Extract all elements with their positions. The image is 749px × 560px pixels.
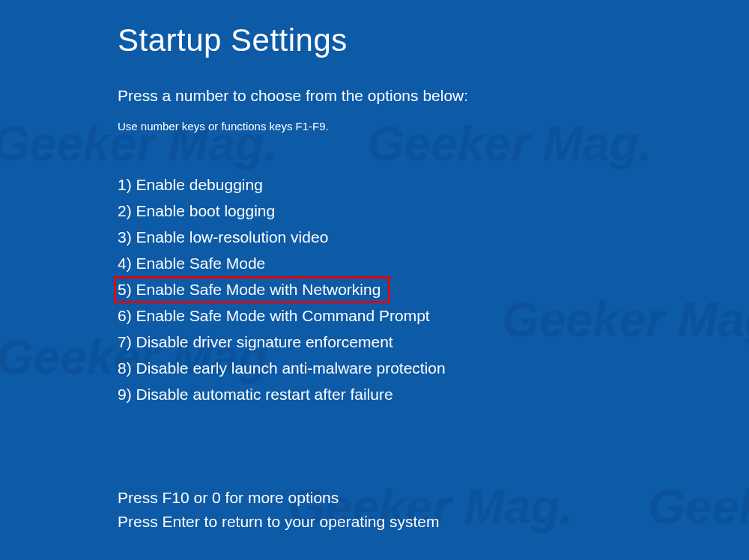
- startup-option-8[interactable]: 8) Disable early launch anti-malware pro…: [118, 355, 446, 381]
- startup-option-4[interactable]: 4) Enable Safe Mode: [118, 250, 265, 276]
- startup-option-5[interactable]: 5) Enable Safe Mode with Networking: [114, 276, 390, 303]
- footer-more-options: Press F10 or 0 for more options: [118, 486, 749, 510]
- page-title: Startup Settings: [118, 22, 749, 58]
- startup-option-3[interactable]: 3) Enable low-resolution video: [118, 224, 328, 250]
- startup-option-1[interactable]: 1) Enable debugging: [118, 171, 263, 198]
- instruction-text: Press a number to choose from the option…: [118, 87, 749, 105]
- startup-settings-screen: Startup Settings Press a number to choos…: [0, 0, 749, 534]
- options-list: 1) Enable debugging2) Enable boot loggin…: [118, 171, 749, 407]
- startup-option-7[interactable]: 7) Disable driver signature enforcement: [118, 329, 393, 355]
- footer-return: Press Enter to return to your operating …: [118, 510, 749, 534]
- startup-option-2[interactable]: 2) Enable boot logging: [118, 198, 275, 224]
- startup-option-9[interactable]: 9) Disable automatic restart after failu…: [118, 381, 393, 407]
- hint-text: Use number keys or functions keys F1-F9.: [118, 120, 749, 133]
- startup-option-6[interactable]: 6) Enable Safe Mode with Command Prompt: [118, 302, 430, 329]
